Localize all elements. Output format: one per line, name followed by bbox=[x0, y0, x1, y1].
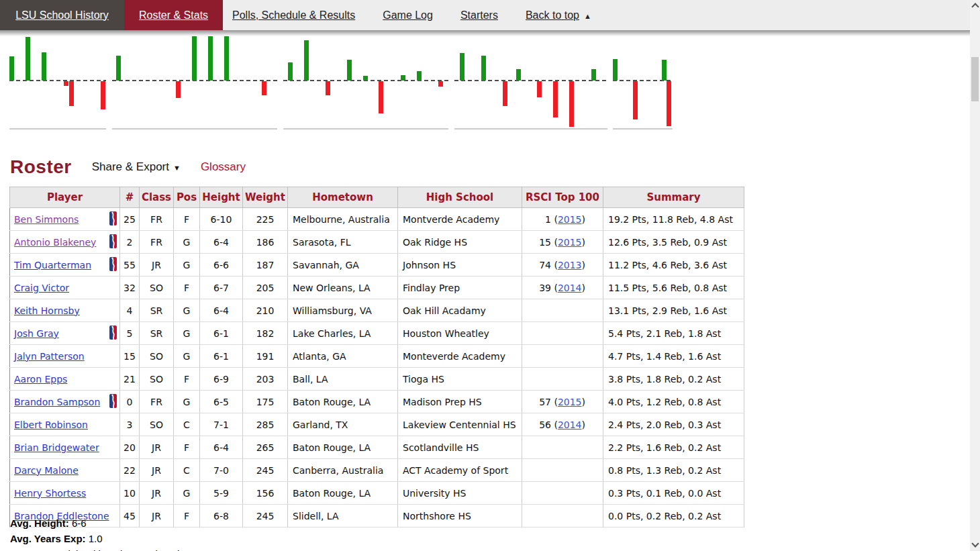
rsci-year-link[interactable]: 2013 bbox=[558, 260, 582, 270]
cell-weight: 245 bbox=[243, 459, 288, 482]
loss-margin-bar bbox=[503, 81, 507, 106]
cell-height: 7-0 bbox=[200, 459, 243, 482]
player-link[interactable]: Keith Hornsby bbox=[14, 305, 80, 316]
cell-hometown: Baton Rouge, LA bbox=[288, 482, 398, 505]
cell-class: JR bbox=[140, 436, 174, 459]
glossary-link[interactable]: Glossary bbox=[201, 160, 246, 174]
col-header-player[interactable]: Player bbox=[10, 187, 120, 208]
player-link[interactable]: Jalyn Patterson bbox=[14, 351, 85, 362]
table-row: Darcy Malone22JRC7-0245Canberra, Austral… bbox=[10, 459, 744, 482]
cell-high-school: Houston Wheatley bbox=[398, 322, 522, 345]
scrollbar-up-arrow-icon[interactable] bbox=[971, 3, 979, 10]
player-link[interactable]: Elbert Robinson bbox=[14, 419, 88, 430]
cell-player: Darcy Malone bbox=[10, 459, 120, 482]
loss-margin-bar bbox=[176, 81, 181, 98]
school-history-link[interactable]: LSU School History bbox=[15, 9, 109, 21]
nba-logo-icon[interactable] bbox=[109, 325, 117, 340]
scrollbar[interactable] bbox=[970, 0, 980, 551]
cell-pos: G bbox=[174, 254, 200, 277]
roster-stats-link[interactable]: Roster & Stats bbox=[139, 9, 208, 21]
col-header-rsci[interactable]: RSCI Top 100 bbox=[522, 187, 603, 208]
cell-height: 6-4 bbox=[200, 436, 243, 459]
cell-height: 6-7 bbox=[200, 277, 243, 299]
rsci-year-link[interactable]: 2015 bbox=[558, 214, 582, 225]
scrollbar-down-arrow-icon[interactable] bbox=[971, 540, 979, 547]
cell-height: 6-4 bbox=[200, 231, 243, 254]
tab-roster-stats[interactable]: Roster & Stats bbox=[124, 0, 223, 30]
player-link[interactable]: Antonio Blakeney bbox=[14, 237, 96, 248]
loss-margin-bar bbox=[64, 81, 68, 86]
player-link[interactable]: Brandon Sampson bbox=[14, 397, 100, 407]
player-link[interactable]: Tim Quarterman bbox=[14, 260, 91, 270]
cell-high-school: University HS bbox=[398, 482, 522, 505]
loss-margin-bar bbox=[569, 81, 574, 127]
roster-heading-row: Roster Share & Export▼ Glossary bbox=[10, 156, 246, 178]
cell-rsci bbox=[522, 459, 603, 482]
cell-weight: 186 bbox=[243, 231, 288, 254]
win-margin-bar bbox=[9, 56, 14, 81]
cell-class: JR bbox=[140, 459, 174, 482]
rsci-year-link[interactable]: 2015 bbox=[558, 237, 582, 248]
loss-margin-bar bbox=[667, 81, 671, 126]
cell-hometown: Slidell, LA bbox=[288, 505, 398, 528]
cell-rsci bbox=[522, 505, 603, 528]
cell-height: 7-1 bbox=[200, 413, 243, 436]
share-export-button[interactable]: Share & Export▼ bbox=[92, 160, 181, 174]
player-link[interactable]: Henry Shortess bbox=[14, 488, 86, 499]
back-to-top-link[interactable]: Back to top▲ bbox=[526, 9, 591, 21]
cell-height: 6-9 bbox=[200, 368, 243, 391]
win-margin-bar bbox=[591, 69, 596, 81]
loss-margin-bar bbox=[633, 81, 638, 119]
player-link[interactable]: Aaron Epps bbox=[14, 374, 67, 385]
cell-rsci bbox=[522, 299, 603, 322]
scrollbar-thumb[interactable] bbox=[971, 57, 979, 101]
col-header-class[interactable]: Class bbox=[140, 187, 174, 208]
cell-player: Jalyn Patterson bbox=[10, 345, 120, 368]
nba-logo-icon[interactable] bbox=[109, 234, 117, 248]
cell-class: FR bbox=[140, 231, 174, 254]
col-header-weight[interactable]: Weight bbox=[243, 187, 288, 208]
player-link[interactable]: Craig Victor bbox=[14, 283, 69, 293]
cell-height: 6-6 bbox=[200, 254, 243, 277]
col-header-hometown[interactable]: Hometown bbox=[288, 187, 398, 208]
col-header-summary[interactable]: Summary bbox=[603, 187, 744, 208]
player-link[interactable]: Ben Simmons bbox=[14, 214, 79, 225]
nba-logo-icon[interactable] bbox=[109, 257, 117, 271]
cell-class: FR bbox=[140, 391, 174, 413]
rsci-year-link[interactable]: 2014 bbox=[558, 419, 582, 430]
cell-number: 22 bbox=[120, 459, 140, 482]
cell-summary: 12.6 Pts, 3.5 Reb, 0.9 Ast bbox=[603, 231, 744, 254]
cell-player: Henry Shortess bbox=[10, 482, 120, 505]
nba-logo-icon[interactable] bbox=[109, 394, 117, 408]
table-row: Keith Hornsby4SRG6-4210Williamsburg, VAO… bbox=[10, 299, 744, 322]
rsci-year-link[interactable]: 2014 bbox=[558, 283, 582, 293]
col-header-height[interactable]: Height bbox=[200, 187, 243, 208]
nav-links: Polls, Schedule & Results Game Log Start… bbox=[232, 0, 591, 30]
cell-high-school: Tioga HS bbox=[398, 368, 522, 391]
col-header-high-school[interactable]: High School bbox=[398, 187, 522, 208]
nba-logo-icon[interactable] bbox=[109, 211, 117, 226]
player-link[interactable]: Darcy Malone bbox=[14, 465, 79, 476]
cell-pos: G bbox=[174, 299, 200, 322]
cell-class: SO bbox=[140, 345, 174, 368]
cell-weight: 285 bbox=[243, 413, 288, 436]
polls-schedule-results-link[interactable]: Polls, Schedule & Results bbox=[232, 9, 355, 21]
cell-player: Ben Simmons bbox=[10, 208, 120, 231]
table-header-row: Player # Class Pos Height Weight Hometow… bbox=[10, 187, 744, 208]
player-link[interactable]: Josh Gray bbox=[14, 328, 59, 339]
cell-height: 6-5 bbox=[200, 391, 243, 413]
cell-summary: 3.8 Pts, 1.8 Reb, 0.2 Ast bbox=[603, 368, 744, 391]
cell-high-school: Oak Hill Acadamy bbox=[398, 299, 522, 322]
game-log-link[interactable]: Game Log bbox=[383, 9, 433, 21]
chart-baseline bbox=[9, 80, 106, 81]
col-header-pos[interactable]: Pos bbox=[174, 187, 200, 208]
player-link[interactable]: Brian Bridgewater bbox=[14, 442, 99, 453]
rsci-year-link[interactable]: 2015 bbox=[558, 397, 582, 407]
tab-school-history[interactable]: LSU School History bbox=[0, 0, 124, 30]
chart-month-separator bbox=[454, 128, 607, 130]
col-header-number[interactable]: # bbox=[120, 187, 140, 208]
starters-link[interactable]: Starters bbox=[460, 9, 498, 21]
cell-summary: 4.7 Pts, 1.4 Reb, 1.6 Ast bbox=[603, 345, 744, 368]
cell-class: JR bbox=[140, 254, 174, 277]
table-row: Ben Simmons25FRF6-10225Melbourne, Austra… bbox=[10, 208, 744, 231]
